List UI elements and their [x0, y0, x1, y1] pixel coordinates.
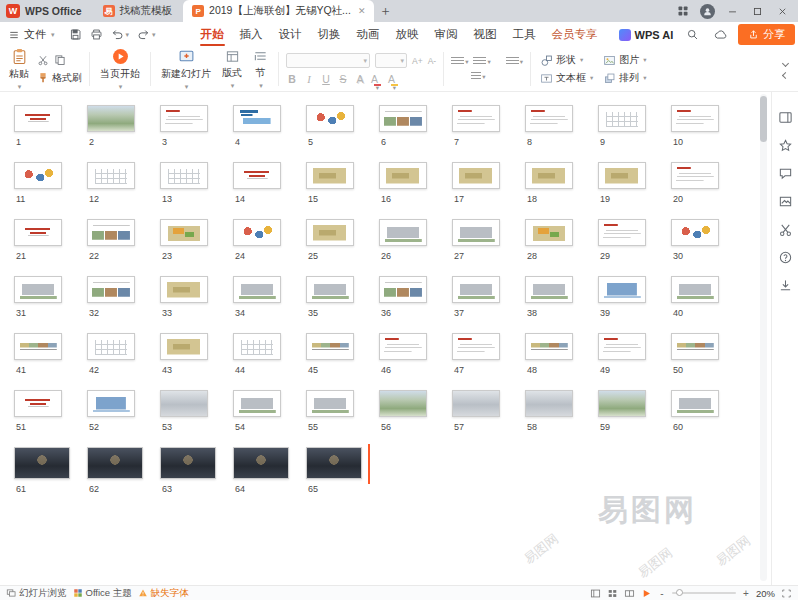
arrange-button[interactable]: 排列	[603, 71, 646, 85]
favorites-button[interactable]	[778, 138, 793, 153]
highlight-color-button[interactable]: A	[388, 73, 400, 85]
slide-thumbnail-59[interactable]	[598, 390, 646, 417]
numbered-list-button[interactable]	[473, 57, 490, 67]
slide-thumbnail-61[interactable]	[14, 447, 70, 479]
slide-thumbnail-62[interactable]	[87, 447, 143, 479]
text-shadow-button[interactable]: A	[354, 73, 366, 85]
redo-button[interactable]	[137, 28, 156, 41]
bold-button[interactable]: B	[286, 73, 298, 85]
slide-thumbnail-5[interactable]	[306, 105, 354, 132]
ribbon-tab-审阅[interactable]: 审阅	[427, 22, 466, 47]
apps-grid-icon[interactable]	[675, 3, 691, 19]
ribbon-tab-工具[interactable]: 工具	[505, 22, 544, 47]
slide-thumbnail-51[interactable]	[14, 390, 62, 417]
slide-thumbnail-30[interactable]	[671, 219, 719, 246]
slide-thumbnail-26[interactable]	[379, 219, 427, 246]
vertical-scrollbar[interactable]	[760, 94, 767, 581]
ribbon-scroll-left-icon[interactable]	[782, 59, 789, 66]
font-name-combo[interactable]: ▾	[286, 53, 370, 68]
ribbon-tab-插入[interactable]: 插入	[232, 22, 271, 47]
help-button[interactable]	[778, 250, 793, 265]
tab-home-templates[interactable]: 易 找稿荒模板	[94, 0, 182, 22]
shapes-button[interactable]: 形状	[540, 53, 593, 67]
slide-thumbnail-17[interactable]	[452, 162, 500, 189]
slide-thumbnail-50[interactable]	[671, 333, 719, 360]
slide-thumbnail-24[interactable]	[233, 219, 281, 246]
image-library-button[interactable]	[778, 194, 793, 209]
slide-thumbnail-28[interactable]	[525, 219, 573, 246]
slide-thumbnail-6[interactable]	[379, 105, 427, 132]
slide-thumbnail-13[interactable]	[160, 162, 208, 189]
slide-thumbnail-9[interactable]	[598, 105, 646, 132]
tab-close-icon[interactable]: ✕	[358, 6, 366, 16]
underline-button[interactable]: U	[320, 73, 332, 85]
font-color-button[interactable]: A	[371, 73, 383, 85]
slide-thumbnail-63[interactable]	[160, 447, 216, 479]
search-button[interactable]	[686, 28, 699, 41]
download-button[interactable]	[778, 278, 793, 293]
slide-thumbnail-11[interactable]	[14, 162, 62, 189]
slideshow-button[interactable]	[641, 588, 652, 599]
slide-thumbnail-16[interactable]	[379, 162, 427, 189]
panel-button[interactable]	[778, 110, 793, 125]
line-spacing-button[interactable]	[506, 57, 523, 67]
slide-thumbnail-23[interactable]	[160, 219, 208, 246]
layout-button[interactable]: 版式	[219, 47, 245, 92]
tab-current-document[interactable]: P 2019【上海联创】无锡YQ社... ✕	[183, 0, 374, 22]
slide-thumbnail-54[interactable]	[233, 390, 281, 417]
slide-thumbnail-15[interactable]	[306, 162, 354, 189]
slide-thumbnail-31[interactable]	[14, 276, 62, 303]
slide-thumbnail-2[interactable]	[87, 105, 135, 132]
slide-thumbnail-57[interactable]	[452, 390, 500, 417]
slide-thumbnail-39[interactable]	[598, 276, 646, 303]
slide-thumbnail-14[interactable]	[233, 162, 281, 189]
file-menu-button[interactable]: 文件	[8, 27, 55, 42]
print-button[interactable]	[90, 28, 103, 41]
ribbon-tab-开始[interactable]: 开始	[193, 22, 232, 47]
slide-thumbnail-7[interactable]	[452, 105, 500, 132]
slide-thumbnail-21[interactable]	[14, 219, 62, 246]
slide-thumbnail-8[interactable]	[525, 105, 573, 132]
zoom-slider-thumb[interactable]	[676, 589, 683, 596]
slide-thumbnail-18[interactable]	[525, 162, 573, 189]
ribbon-tab-放映[interactable]: 放映	[388, 22, 427, 47]
play-from-current-button[interactable]: 当页开始	[97, 47, 143, 92]
new-slide-button[interactable]: 新建幻灯片	[158, 47, 214, 92]
normal-view-button[interactable]	[590, 588, 601, 599]
cloud-sync-button[interactable]	[713, 28, 727, 42]
slide-thumbnail-58[interactable]	[525, 390, 573, 417]
paste-button[interactable]: 粘贴	[6, 47, 32, 92]
user-avatar[interactable]	[700, 4, 715, 19]
missing-font-warning[interactable]: 缺失字体	[138, 587, 189, 600]
ribbon-tab-设计[interactable]: 设计	[271, 22, 310, 47]
ribbon-tab-会员专享[interactable]: 会员专享	[544, 22, 606, 47]
strikethrough-button[interactable]: S	[337, 73, 349, 85]
slide-thumbnail-65[interactable]	[306, 447, 362, 479]
slide-thumbnail-22[interactable]	[87, 219, 135, 246]
slide-thumbnail-44[interactable]	[233, 333, 281, 360]
ribbon-tab-视图[interactable]: 视图	[466, 22, 505, 47]
slide-thumbnail-37[interactable]	[452, 276, 500, 303]
slide-thumbnail-64[interactable]	[233, 447, 289, 479]
slide-thumbnail-33[interactable]	[160, 276, 208, 303]
slide-thumbnail-35[interactable]	[306, 276, 354, 303]
zoom-out-button[interactable]: -	[658, 588, 666, 599]
slide-thumbnail-40[interactable]	[671, 276, 719, 303]
ribbon-tab-切换[interactable]: 切换	[310, 22, 349, 47]
comments-button[interactable]	[778, 166, 793, 181]
zoom-in-button[interactable]: +	[742, 588, 750, 599]
slide-thumbnail-4[interactable]	[233, 105, 281, 132]
fit-to-window-button[interactable]	[781, 588, 792, 599]
textbox-button[interactable]: 文本框	[540, 71, 593, 85]
slide-thumbnail-29[interactable]	[598, 219, 646, 246]
slide-thumbnail-53[interactable]	[160, 390, 208, 417]
slide-thumbnail-52[interactable]	[87, 390, 135, 417]
theme-indicator[interactable]: Office 主题	[73, 587, 132, 600]
slide-thumbnail-38[interactable]	[525, 276, 573, 303]
slide-thumbnail-49[interactable]	[598, 333, 646, 360]
slide-thumbnail-3[interactable]	[160, 105, 208, 132]
slide-thumbnail-55[interactable]	[306, 390, 354, 417]
close-button[interactable]	[774, 3, 790, 19]
undo-button[interactable]	[111, 28, 130, 41]
slide-thumbnail-27[interactable]	[452, 219, 500, 246]
